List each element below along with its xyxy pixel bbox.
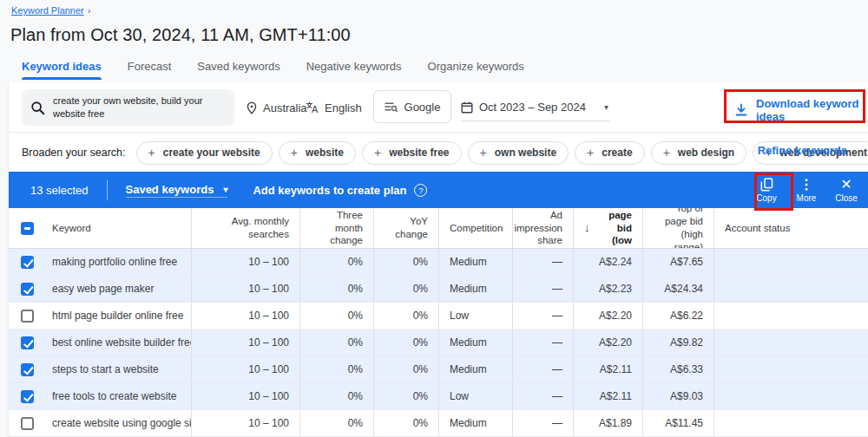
copy-button[interactable]: Copy: [749, 177, 784, 203]
header-cell-avg-monthly-searches[interactable]: Avg. monthly searches: [191, 208, 299, 248]
keywords-table: KeywordAvg. monthly searchesThree month …: [9, 208, 868, 437]
header-cell-three-month-change[interactable]: Three month change: [299, 208, 373, 248]
row-checkbox[interactable]: [21, 283, 34, 296]
saved-keywords-label: Saved keywords: [126, 183, 214, 196]
table-row[interactable]: making portfolio online free10 – 1000%0%…: [9, 249, 868, 276]
cell-yoy-change: 0%: [373, 249, 438, 275]
broaden-chip-create-your-website[interactable]: +create your website: [136, 141, 273, 165]
header-label: Avg. monthly searches: [202, 215, 289, 241]
row-checkbox[interactable]: [21, 310, 34, 323]
keyword-planner-screen: Keyword Planner › Plan from Oct 30, 2024…: [0, 0, 868, 437]
select-all-checkbox[interactable]: [21, 222, 34, 235]
broaden-chip-own-website[interactable]: +own website: [468, 141, 569, 165]
plus-icon: +: [291, 146, 298, 160]
cell-account-status: [713, 383, 868, 409]
cell-yoy-change: 0%: [373, 303, 438, 329]
header-label: Top of page bid (low range): [596, 208, 633, 248]
close-button[interactable]: ✕ Close: [829, 177, 864, 203]
sort-descending-icon: ↓: [584, 221, 590, 236]
search-query-text: create your own website, build your webs…: [53, 95, 226, 121]
cell-top-of-page-bid-low: A$2.20: [573, 303, 642, 329]
header-cell-top-of-page-bid-high[interactable]: Top of page bid (high range): [642, 208, 713, 248]
cell-avg-monthly-searches: 10 – 100: [191, 276, 299, 302]
broaden-chip-web-design[interactable]: +web design: [651, 141, 747, 165]
table-row[interactable]: html page builder online free10 – 1000%0…: [9, 303, 868, 329]
cell-top-of-page-bid-low: A$1.89: [573, 410, 642, 436]
keyword-text: free tools to create website: [52, 390, 176, 402]
help-icon[interactable]: ?: [414, 184, 427, 197]
close-icon: ✕: [840, 177, 852, 192]
refine-keywords-link[interactable]: Refine keywords: [758, 144, 847, 157]
more-label: More: [797, 193, 817, 203]
location-filter[interactable]: Australia: [246, 89, 307, 126]
cell-top-of-page-bid-high: A$9.03: [642, 383, 713, 409]
broaden-chip-website-free[interactable]: +website free: [362, 141, 462, 165]
cell-three-month-change: 0%: [299, 276, 373, 302]
keyword-text: html page builder online free: [52, 310, 183, 322]
add-keywords-label: Add keywords to create plan: [253, 184, 406, 197]
keyword-text: steps to start a website: [52, 363, 159, 375]
header-cell-competition[interactable]: Competition: [438, 208, 512, 248]
language-filter[interactable]: A English: [306, 89, 362, 126]
row-checkbox[interactable]: [21, 336, 34, 349]
download-keyword-ideas-button[interactable]: Download keyword ideas: [734, 97, 868, 123]
copy-icon: [760, 177, 773, 192]
add-keywords-button[interactable]: Add keywords to create plan ?: [253, 184, 427, 197]
chip-label: own website: [495, 147, 556, 159]
row-checkbox[interactable]: [21, 417, 34, 430]
keyword-search-box[interactable]: create your own website, build your webs…: [22, 89, 234, 126]
cell-ad-impression-share: —: [512, 276, 573, 302]
keyword-cell: html page builder online free: [9, 303, 191, 329]
broaden-chip-create[interactable]: +create: [575, 141, 645, 165]
tab-forecast[interactable]: Forecast: [128, 54, 172, 78]
table-row[interactable]: free tools to create website10 – 1000%0%…: [9, 383, 868, 410]
cell-three-month-change: 0%: [299, 383, 373, 409]
tab-keyword-ideas[interactable]: Keyword ideas: [22, 54, 102, 78]
tab-negative-keywords[interactable]: Negative keywords: [306, 54, 402, 78]
table-header-row: KeywordAvg. monthly searchesThree month …: [9, 208, 868, 249]
broaden-search-row: Broaden your search: +create your websit…: [22, 138, 868, 167]
header-label: Three month change: [311, 209, 363, 248]
cell-account-status: [713, 356, 868, 382]
cell-ad-impression-share: —: [512, 356, 573, 382]
cell-top-of-page-bid-high: A$24.34: [642, 276, 713, 302]
table-row[interactable]: easy web page maker10 – 1000%0%Medium—A$…: [9, 276, 868, 303]
cell-avg-monthly-searches: 10 – 100: [191, 356, 299, 382]
more-button[interactable]: ⋮ More: [789, 177, 824, 203]
header-cell-account-status[interactable]: Account status: [713, 208, 868, 248]
keyword-text: making portfolio online free: [52, 256, 177, 268]
row-checkbox[interactable]: [21, 363, 34, 376]
header-cell-ad-impression-share[interactable]: Ad impression share: [512, 208, 573, 248]
tab-saved-keywords[interactable]: Saved keywords: [197, 54, 279, 78]
chip-label: create: [602, 147, 632, 159]
location-pin-icon: [246, 101, 258, 114]
breadcrumb-link[interactable]: Keyword Planner: [11, 5, 84, 16]
broaden-chip-website[interactable]: +website: [279, 141, 356, 165]
cell-yoy-change: 0%: [373, 356, 438, 382]
date-range-select[interactable]: Oct 2023 – Sep 2024 ▾: [461, 95, 610, 121]
cell-account-status: [713, 303, 868, 329]
header-cell-top-of-page-bid-low[interactable]: ↓Top of page bid (low range): [573, 208, 642, 248]
cell-account-status: [713, 329, 868, 355]
svg-text:A: A: [312, 104, 319, 114]
cell-avg-monthly-searches: 10 – 100: [191, 249, 299, 275]
plus-icon: +: [663, 146, 670, 160]
breadcrumb-chevron-icon: ›: [88, 5, 91, 16]
cell-top-of-page-bid-low: A$2.23: [573, 276, 642, 302]
saved-keywords-dropdown[interactable]: Saved keywords ▾: [126, 183, 228, 198]
header-cell-yoy-change[interactable]: YoY change: [373, 208, 438, 248]
search-network-icon: [385, 101, 398, 113]
cell-competition: Low: [438, 303, 512, 329]
plus-icon: +: [374, 146, 381, 160]
cell-top-of-page-bid-low: A$2.11: [573, 356, 642, 382]
header-cell-keyword[interactable]: Keyword: [9, 208, 191, 248]
table-row[interactable]: steps to start a website10 – 1000%0%Medi…: [9, 356, 868, 383]
row-checkbox[interactable]: [21, 256, 34, 269]
tab-organize-keywords[interactable]: Organize keywords: [428, 54, 524, 78]
plus-icon: +: [148, 146, 155, 160]
row-checkbox[interactable]: [21, 390, 34, 403]
cell-top-of-page-bid-low: A$2.24: [573, 249, 642, 275]
table-row[interactable]: best online website builder free10 – 100…: [9, 329, 868, 356]
network-select[interactable]: Google: [373, 90, 451, 123]
table-row[interactable]: create website using google sites10 – 10…: [9, 410, 868, 437]
